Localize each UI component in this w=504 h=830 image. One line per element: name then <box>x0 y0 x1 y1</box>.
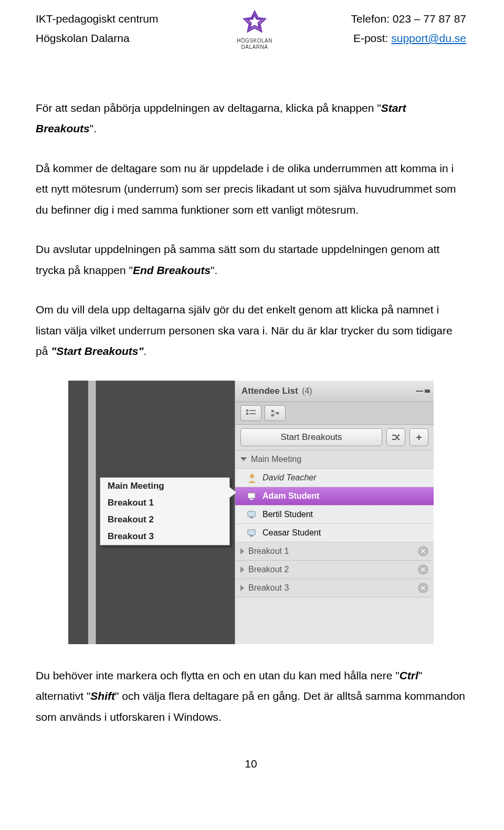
view-tree-icon[interactable] <box>265 405 286 421</box>
svg-rect-11 <box>250 499 253 500</box>
svg-rect-10 <box>248 493 255 498</box>
tooltip-item[interactable]: Main Meeting <box>100 478 229 495</box>
svg-point-9 <box>250 474 254 478</box>
attendee-list-screenshot: Attendee List (4) <box>68 381 434 644</box>
attendee-panel: Attendee List (4) <box>235 381 434 644</box>
remove-icon[interactable]: ✕ <box>418 546 428 556</box>
svg-rect-13 <box>250 517 253 518</box>
participant-icon <box>247 509 257 520</box>
chevron-right-icon <box>240 548 244 554</box>
tooltip-item[interactable]: Breakout 3 <box>100 528 229 545</box>
panel-count: (4) <box>302 386 312 395</box>
svg-rect-3 <box>249 413 256 414</box>
header-email: E-post: support@du.se <box>351 29 466 48</box>
attendee-row[interactable]: David Teacher <box>235 469 434 487</box>
chevron-right-icon <box>240 585 244 591</box>
section-breakout[interactable]: Breakout 1 ✕ <box>235 542 434 561</box>
participant-icon <box>247 491 257 501</box>
chevron-right-icon <box>240 566 244 573</box>
remove-icon[interactable]: ✕ <box>418 583 428 593</box>
attendee-row-selected[interactable]: Adam Student <box>235 487 434 506</box>
attendee-row[interactable]: Ceasar Student <box>235 524 434 542</box>
shuffle-icon[interactable] <box>386 428 405 446</box>
header-org: IKT-pedagogiskt centrum <box>36 9 158 29</box>
header-phone: Telefon: 023 – 77 87 87 <box>351 9 466 29</box>
svg-rect-2 <box>246 413 248 415</box>
tooltip-item[interactable]: Breakout 1 <box>100 495 229 511</box>
logo-text-2: DALARNA <box>237 44 272 50</box>
svg-rect-1 <box>249 410 256 411</box>
paragraph-2: Då kommer de deltagare som nu är uppdela… <box>36 158 466 220</box>
paragraph-4: Om du vill dela upp deltagarna själv gör… <box>36 299 466 361</box>
room-tooltip: Main Meeting Breakout 1 Breakout 2 Break… <box>100 477 230 545</box>
panel-title: Attendee List <box>242 386 298 396</box>
svg-rect-0 <box>246 409 248 412</box>
email-link[interactable]: support@du.se <box>391 32 466 44</box>
svg-line-8 <box>274 413 277 415</box>
remove-icon[interactable]: ✕ <box>418 564 428 575</box>
panel-header: Attendee List (4) <box>235 381 434 402</box>
panel-view-switch <box>235 402 434 425</box>
view-list-icon[interactable] <box>240 405 261 421</box>
logo-icon <box>241 9 268 37</box>
chevron-down-icon <box>240 457 247 461</box>
section-breakout[interactable]: Breakout 2 ✕ <box>235 561 434 579</box>
svg-rect-14 <box>248 530 255 535</box>
add-button[interactable]: + <box>410 428 428 446</box>
paragraph-3: Du avslutar uppdelningen på samma sätt s… <box>36 239 466 280</box>
svg-rect-15 <box>250 535 253 537</box>
host-icon <box>247 472 257 483</box>
header-school: Högskolan Dalarna <box>36 29 158 48</box>
svg-rect-12 <box>248 511 255 517</box>
paragraph-5: Du behöver inte markera och flytta en oc… <box>36 665 466 727</box>
page-number: 10 <box>36 758 466 770</box>
logo-text-1: HÖGSKOLAN <box>237 38 272 44</box>
svg-point-4 <box>271 409 274 412</box>
svg-line-7 <box>274 411 277 413</box>
paragraph-1: För att sedan påbörja uppdelningen av de… <box>36 98 466 139</box>
section-main-meeting[interactable]: Main Meeting <box>235 450 434 469</box>
svg-point-5 <box>271 414 274 416</box>
attendee-row[interactable]: Bertil Student <box>235 506 434 524</box>
panel-menu-icon[interactable] <box>416 388 427 394</box>
panel-tools: Start Breakouts + <box>235 425 434 450</box>
section-breakout[interactable]: Breakout 3 ✕ <box>235 579 434 597</box>
svg-point-6 <box>277 412 279 414</box>
start-breakouts-button[interactable]: Start Breakouts <box>240 428 382 446</box>
tooltip-item[interactable]: Breakout 2 <box>100 511 229 528</box>
participant-icon <box>247 528 257 538</box>
page-header: IKT-pedagogiskt centrum Högskolan Dalarn… <box>36 9 466 50</box>
